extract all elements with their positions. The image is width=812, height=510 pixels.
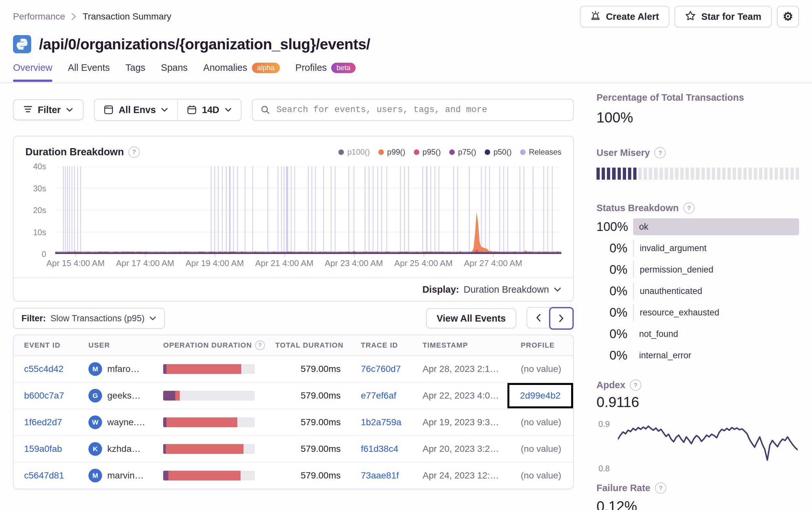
profile-id-link[interactable]: 2d99e4b2	[520, 390, 561, 401]
profile-no-value: (no value)	[521, 470, 561, 480]
help-icon[interactable]: ?	[630, 380, 641, 391]
timestamp-value: Apr 24, 2023 12:…	[423, 470, 521, 481]
y-axis-tick-label: 30s	[33, 183, 46, 193]
tab-anomalies[interactable]: Anomaliesalpha	[203, 62, 280, 81]
misery-segment	[775, 168, 778, 180]
avatar: W	[88, 416, 102, 429]
star-for-team-label: Star for Team	[701, 11, 761, 22]
user-name: marvin…	[107, 470, 144, 481]
breadcrumb-performance[interactable]: Performance	[13, 11, 65, 22]
table-row: 159a0fabKkzhda…579.00msf61d38c4Apr 20, 2…	[13, 436, 573, 462]
tab-label: Profiles	[295, 62, 327, 73]
misery-segment	[722, 168, 726, 180]
status-percent: 0%	[597, 349, 627, 362]
misery-segment	[628, 168, 631, 180]
table-controls-row: Filter: Slow Transactions (p95) View All…	[13, 308, 574, 329]
trace-id-link[interactable]: 1b2a759a	[361, 417, 423, 427]
trace-id-link[interactable]: f61d38c4	[361, 444, 423, 454]
chevron-down-icon	[161, 108, 168, 112]
trace-id-link[interactable]: e77ef6af	[361, 390, 423, 401]
trace-id-link[interactable]: 73aae81f	[361, 470, 423, 481]
op-duration-segment-http	[168, 471, 241, 480]
filter-row: Filter All Envs 14D	[13, 99, 574, 121]
transaction-filter-dropdown[interactable]: Filter: Slow Transactions (p95)	[13, 308, 165, 329]
help-icon[interactable]: ?	[255, 340, 265, 350]
legend-dot	[338, 149, 344, 155]
status-percent: 0%	[597, 263, 627, 277]
tab-all-events[interactable]: All Events	[68, 62, 110, 81]
previous-page-button[interactable]	[527, 307, 550, 328]
column-header-timestamp[interactable]: TIMESTAMP	[423, 341, 521, 350]
pagination	[527, 307, 574, 330]
create-alert-button[interactable]: Create Alert	[580, 6, 669, 27]
misery-segment	[649, 168, 652, 180]
column-header-profile[interactable]: PROFILE	[521, 341, 563, 350]
chart-header: Duration Breakdown ? p100()p99()p95()p75…	[13, 137, 573, 158]
column-header-user[interactable]: USER	[88, 341, 163, 350]
search-icon	[260, 105, 270, 115]
x-axis-tick-label: Apr 23 4:00 AM	[325, 258, 383, 268]
help-icon[interactable]: ?	[654, 147, 666, 158]
tab-profiles[interactable]: Profilesbeta	[295, 62, 356, 81]
legend-item-p75[interactable]: p75()	[449, 148, 476, 157]
misery-segment	[602, 168, 605, 180]
tab-tags[interactable]: Tags	[125, 62, 145, 81]
x-axis-tick	[354, 254, 355, 257]
avatar: M	[88, 469, 102, 482]
filter-button[interactable]: Filter	[13, 99, 84, 120]
duration-chart-svg	[55, 166, 561, 254]
status-row-resource_exhausted: 0%resource_exhausted	[597, 304, 799, 321]
x-axis-tick-label: Apr 19 4:00 AM	[185, 258, 244, 268]
status-row-invalid_argument: 0%invalid_argument	[597, 240, 799, 257]
event-id-link[interactable]: b600c7a7	[24, 390, 88, 401]
event-id-link[interactable]: 1f6ed2d7	[24, 417, 88, 427]
column-header-total-duration[interactable]: TOTAL DURATION	[275, 341, 361, 350]
column-header-trace-id[interactable]: TRACE ID	[361, 341, 423, 350]
help-icon[interactable]: ?	[683, 202, 695, 214]
legend-item-p100[interactable]: p100()	[338, 148, 370, 157]
tab-bar: OverviewAll EventsTagsSpansAnomaliesalph…	[0, 53, 812, 83]
legend-item-Releases[interactable]: Releases	[520, 148, 561, 157]
date-range-selector[interactable]: 14D	[177, 99, 240, 120]
misery-segment	[780, 168, 783, 180]
help-icon[interactable]: ?	[655, 482, 666, 494]
operation-duration-bar	[163, 417, 255, 427]
misery-segment	[717, 168, 720, 180]
chart-plot-area[interactable]: Apr 15 4:00 AMApr 17 4:00 AMApr 19 4:00 …	[55, 166, 561, 254]
event-id-link[interactable]: c5647d81	[24, 470, 88, 481]
badge-alpha: alpha	[252, 63, 280, 73]
op-duration-segment-db	[163, 471, 168, 480]
chart-title-text: Duration Breakdown	[25, 146, 124, 158]
x-axis-tick	[214, 254, 215, 257]
status-breakdown-label: Status Breakdown	[597, 203, 679, 213]
next-page-button[interactable]	[549, 307, 574, 330]
misery-segment	[607, 168, 610, 180]
settings-button[interactable]: ⚙	[777, 6, 799, 27]
legend-item-p50[interactable]: p50()	[485, 148, 512, 157]
view-all-events-button[interactable]: View All Events	[426, 308, 516, 328]
user-name: wayne.…	[107, 417, 145, 427]
total-duration-value: 579.00ms	[275, 417, 361, 427]
search-input[interactable]	[276, 104, 565, 115]
help-icon[interactable]: ?	[128, 147, 140, 158]
display-dropdown[interactable]: Display: Duration Breakdown	[13, 277, 573, 301]
column-header-operation-duration[interactable]: OPERATION DURATION?	[163, 340, 275, 350]
main-layout: Filter All Envs 14D	[0, 83, 812, 510]
tab-overview[interactable]: Overview	[13, 62, 52, 81]
star-for-team-button[interactable]: Star for Team	[674, 6, 772, 27]
date-range-label: 14D	[202, 104, 219, 115]
column-header-label: PROFILE	[521, 341, 555, 350]
environment-selector[interactable]: All Envs	[95, 99, 177, 120]
chevron-down-icon	[225, 108, 232, 112]
profile-no-value: (no value)	[521, 417, 561, 427]
trace-id-link[interactable]: 76c760d7	[361, 364, 423, 374]
legend-item-p95[interactable]: p95()	[414, 148, 441, 157]
tab-spans[interactable]: Spans	[161, 62, 187, 81]
legend-item-p99[interactable]: p99()	[378, 148, 405, 157]
user-name: kzhda…	[107, 444, 141, 454]
event-id-link[interactable]: c55c4d42	[24, 364, 88, 374]
column-header-event-id[interactable]: EVENT ID	[24, 341, 88, 350]
event-id-link[interactable]: 159a0fab	[24, 444, 88, 454]
legend-item-label: p50()	[493, 148, 512, 157]
status-breakdown-list: 100%ok0%invalid_argument0%permission_den…	[597, 218, 799, 364]
